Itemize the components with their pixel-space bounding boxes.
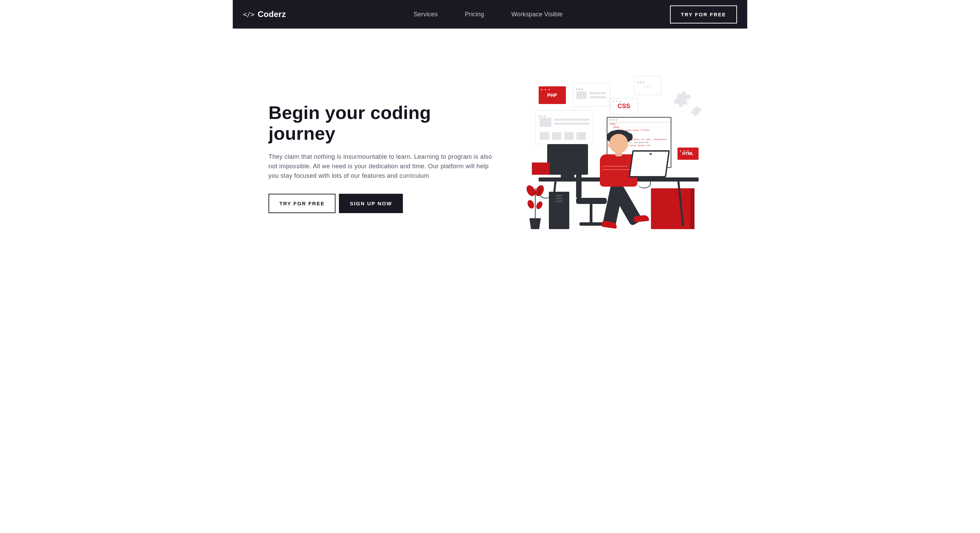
cable-icon <box>539 185 552 198</box>
nav-services[interactable]: Services <box>414 11 438 18</box>
hero-section: Begin your coding journey They claim tha… <box>233 29 747 260</box>
window-panel-icon <box>573 83 610 107</box>
code-icon: </> <box>243 10 254 18</box>
gear-icon <box>690 105 702 117</box>
css-badge-label: CSS <box>617 103 630 110</box>
brand[interactable]: </> Coderz <box>243 10 286 19</box>
php-badge-icon: ● ● ● PHP <box>539 86 566 104</box>
gear-icon <box>673 90 692 109</box>
hero-copy: Begin your coding journey They claim tha… <box>269 102 493 213</box>
hero-subtitle: They claim that nothing is insurmountabl… <box>269 152 493 181</box>
nav-workspace[interactable]: Workspace Visible <box>511 11 563 18</box>
html-badge-icon: ● ● ● HTML <box>678 148 698 160</box>
chair-icon <box>576 171 582 198</box>
hero-illustration: </> ● ● ● PHP ● ● ● CSS <box>525 76 702 239</box>
hero-title: Begin your coding journey <box>269 102 493 143</box>
nav-pricing[interactable]: Pricing <box>465 11 484 18</box>
accent-shape-icon <box>532 162 550 175</box>
hero-illustration-wrap: </> ● ● ● PHP ● ● ● CSS <box>507 76 720 239</box>
brand-name: Coderz <box>258 10 286 19</box>
try-free-button-header[interactable]: TRY FOR FREE <box>670 5 737 24</box>
top-navbar: </> Coderz Services Pricing Workspace Vi… <box>233 0 747 29</box>
cable-icon <box>637 178 651 188</box>
server-box-icon <box>651 188 692 229</box>
sign-up-button[interactable]: SIGN UP NOW <box>339 194 403 213</box>
css-badge-icon: ● ● ● CSS <box>610 98 638 114</box>
laptop-icon <box>628 150 670 178</box>
hero-actions: TRY FOR FREE SIGN UP NOW <box>269 194 493 213</box>
code-panel-icon: </> <box>634 76 661 95</box>
php-badge-label: PHP <box>547 92 557 98</box>
monitor-icon <box>547 144 588 175</box>
primary-nav: Services Pricing Workspace Visible <box>393 11 563 18</box>
try-free-button[interactable]: TRY FOR FREE <box>269 194 336 213</box>
